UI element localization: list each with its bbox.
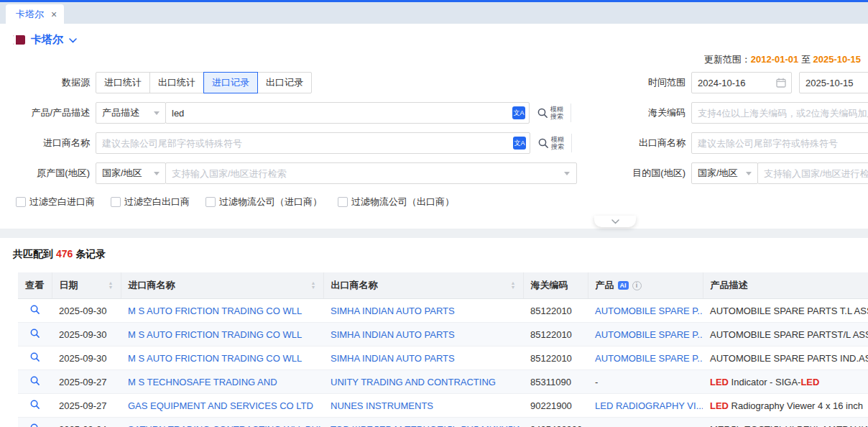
filter-checkbox[interactable]: 过滤空白出口商 [111, 196, 190, 208]
product-search-input[interactable] [165, 102, 530, 124]
exporter-link[interactable]: SIMHA INDIAN AUTO PARTS [331, 329, 455, 340]
checkbox-icon[interactable] [206, 197, 216, 207]
customs-code-label: 海关编码 [627, 106, 691, 119]
description-text: Radiography Viewer 4 x 16 inch [729, 400, 863, 411]
chevron-down-icon[interactable] [69, 38, 77, 43]
table-row: 2025-09-24SATURN TRADING CONTRACTING WLL… [18, 418, 868, 427]
exporter-link[interactable]: ТОВ ШРЕДЕР М ТЕРНОПІЛЬ ВУЛ МИКУЛИ... [331, 424, 523, 427]
product-link[interactable]: AUTOMOBILE SPARE P... [595, 353, 703, 364]
column-label: 进口商名称 [129, 279, 175, 292]
filter-checkbox[interactable]: 过滤空白进口商 [16, 196, 95, 208]
column-header-product-description: 产品描述 [703, 272, 868, 299]
destination-type-select[interactable]: 国家/地区 [691, 162, 758, 184]
product-link[interactable]: AUTOMOBILE SPARE P... [595, 306, 703, 316]
vertical-divider [571, 134, 572, 152]
table-row: 2025-09-30M S AUTO FRICTION TRADING CO W… [18, 299, 868, 323]
tab-qatar[interactable]: 卡塔尔 × [6, 4, 64, 24]
update-range-label: 更新范围： [704, 54, 751, 65]
view-detail-button[interactable] [18, 370, 52, 394]
view-detail-button[interactable] [18, 394, 52, 418]
origin-type-select[interactable]: 国家/地区 [96, 162, 166, 184]
sort-icon[interactable]: ▲▼ [108, 281, 114, 290]
summary-prefix: 共匹配到 [13, 248, 53, 260]
chevron-down-icon [154, 172, 160, 175]
time-range-label: 时间范围 [627, 76, 691, 89]
data-source-option[interactable]: 进口统计 [96, 72, 150, 93]
fuzzy-search-button[interactable]: 模糊搜索 [537, 106, 563, 120]
product-type-value: 产品描述 [102, 106, 139, 119]
cell-product: AUTOMOBILE SPARE P... [588, 346, 703, 370]
chevron-down-icon[interactable] [564, 172, 570, 175]
exporter-group: 出口商名称 [627, 132, 868, 154]
origin-input[interactable] [165, 162, 577, 184]
importer-link[interactable]: M S AUTO FRICTION TRADING CO WLL [128, 353, 302, 364]
translate-icon[interactable]: 文A [513, 137, 526, 150]
info-icon[interactable]: i [632, 281, 642, 290]
date-end-input[interactable] [799, 72, 868, 93]
table-row: 2025-09-30M S AUTO FRICTION TRADING CO W… [18, 323, 868, 346]
importer-link[interactable]: SATURN TRADING CONTRACTING WLL BUI... [128, 424, 323, 427]
exporter-link[interactable]: SIMHA INDIAN AUTO PARTS [331, 306, 455, 316]
results-panel: 共匹配到 476 条记录 查看日期▲▼进口商名称▲▼出口商名称▲▼海关编码产品A… [0, 238, 868, 427]
view-detail-button[interactable] [18, 323, 52, 346]
sort-icon[interactable]: ▲▼ [511, 281, 516, 290]
checkbox-label: 过滤空白出口商 [124, 196, 190, 208]
description-text: AUTOMOBILE SPARE PARTST/L ASSY ... [710, 329, 868, 340]
importer-link[interactable]: M S AUTO FRICTION TRADING CO WLL [128, 306, 302, 316]
importer-link[interactable]: GAS EQUIPMENT AND SERVICES CO LTD [128, 400, 313, 411]
checkbox-icon[interactable] [111, 197, 121, 207]
sort-icon[interactable]: ▲▼ [311, 281, 316, 290]
fuzzy-search-label: 模糊搜索 [550, 106, 563, 120]
checkbox-icon[interactable] [16, 197, 26, 207]
fuzzy-search-button[interactable]: 模糊搜索 [537, 136, 564, 150]
filter-checkbox[interactable]: 过滤物流公司（进口商） [206, 196, 322, 208]
data-source-option[interactable]: 进口记录 [203, 72, 258, 93]
data-source-label: 数据源 [0, 76, 96, 89]
product-type-select[interactable]: 产品描述 [96, 102, 166, 124]
checkbox-label: 过滤空白进口商 [29, 196, 95, 208]
importer-link[interactable]: M S AUTO FRICTION TRADING CO WLL [128, 329, 302, 340]
customs-code-input[interactable] [691, 102, 868, 124]
origin-type-value: 国家/地区 [102, 167, 142, 180]
importer-link[interactable]: M S TECHNOSAFE TRADING AND [128, 377, 277, 387]
column-header-exporter-name[interactable]: 出口商名称▲▼ [323, 272, 523, 299]
translate-icon[interactable]: 文A [512, 106, 525, 119]
fuzzy-search-label: 模糊搜索 [551, 136, 564, 150]
update-range-start: 2012-01-01 [751, 54, 799, 65]
cell-hs-code: 85122010 [523, 346, 588, 370]
cell-importer: M S AUTO FRICTION TRADING CO WLL [121, 323, 323, 346]
product-link[interactable]: LED RADIOGRAPHY VI... [595, 400, 703, 411]
chevron-down-icon [611, 219, 619, 224]
cell-importer: M S TECHNOSAFE TRADING AND [121, 370, 323, 394]
tab-label: 卡塔尔 [16, 8, 44, 21]
summary-count: 476 [56, 248, 73, 260]
column-header-date[interactable]: 日期▲▼ [52, 272, 121, 299]
magnifier-icon [29, 304, 40, 315]
description-text: Indicator - SIGA- [729, 377, 800, 387]
view-detail-button[interactable] [18, 299, 52, 323]
checkbox-icon[interactable] [338, 197, 348, 207]
magnifier-icon [29, 352, 40, 362]
importer-input[interactable] [96, 132, 530, 154]
exporter-link[interactable]: UNITY TRADING AND CONTRACTING [331, 377, 496, 387]
calendar-icon[interactable] [776, 78, 786, 88]
data-source-option[interactable]: 出口统计 [149, 72, 204, 93]
exporter-input[interactable] [691, 132, 868, 154]
cell-hs-code: 9405423900 [523, 418, 588, 427]
exporter-link[interactable]: NUNES INSTRUMENTS [331, 400, 433, 411]
collapse-panel-button[interactable] [594, 216, 636, 227]
view-detail-button[interactable] [18, 418, 52, 427]
cell-product: LED RADIOGRAPHY VI... [588, 394, 703, 418]
filter-checkbox[interactable]: 过滤物流公司（出口商） [338, 196, 454, 208]
destination-input[interactable] [757, 162, 868, 184]
description-text: AUTOMOBILE SPARE PARTS IND.ASS... [710, 353, 868, 364]
tab-close-icon[interactable]: × [51, 9, 57, 19]
column-header-importer-name[interactable]: 进口商名称▲▼ [121, 272, 323, 299]
data-source-option[interactable]: 出口记录 [257, 72, 312, 93]
exporter-link[interactable]: SIMHA INDIAN AUTO PARTS [331, 353, 455, 364]
cell-product: AUTOMOBILE SPARE P... [588, 299, 703, 323]
column-label: 出口商名称 [331, 279, 378, 292]
cell-exporter: SIMHA INDIAN AUTO PARTS [323, 299, 523, 323]
view-detail-button[interactable] [18, 346, 52, 370]
product-link[interactable]: AUTOMOBILE SPARE P... [595, 329, 703, 340]
